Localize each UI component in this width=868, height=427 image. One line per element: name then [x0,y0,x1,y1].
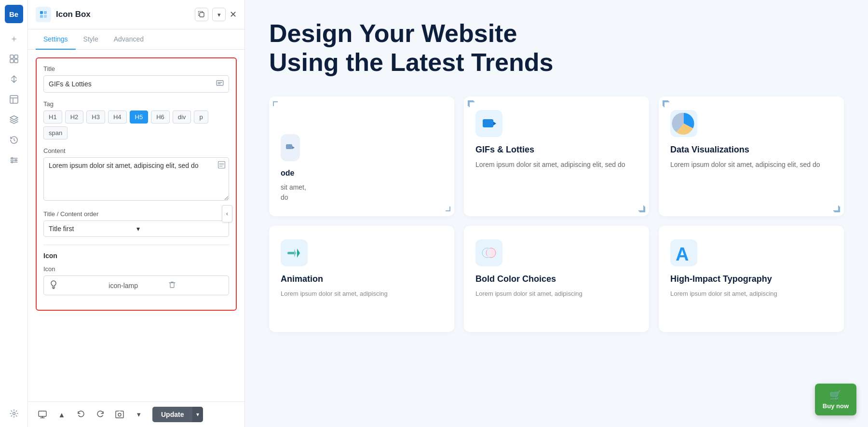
cards-grid: ode sit amet,do GIFs & Lotties Lorem ips… [269,96,844,332]
icon-preview-glyph [49,280,104,291]
icon-delete-icon[interactable] [169,281,224,289]
card-gifs-lotties: GIFs & Lotties Lorem ipsum dolor sit ame… [464,96,649,216]
history-icon[interactable] [5,131,23,149]
card-partial-icon [281,134,300,161]
svg-marker-24 [294,249,296,257]
svg-text:A: A [676,244,689,263]
update-dropdown-button[interactable]: ▾ [192,407,203,422]
card-animation: Animation Lorem ipsum dolor sit amet, ad… [269,226,454,332]
tab-settings[interactable]: Settings [36,29,76,50]
update-btn-wrap: Update ▾ [152,407,203,422]
tag-span[interactable]: span [43,126,68,139]
title-input[interactable] [49,80,216,88]
sort-icon[interactable] [5,70,23,88]
card-typo-desc: Lorem ipsum dolor sit amet, adipiscing [670,289,832,299]
tag-h2[interactable]: H2 [65,110,84,124]
panel-tabs: Settings Style Advanced [28,29,244,50]
footer-undo-icon[interactable] [73,407,89,422]
card-animation-icon [281,239,308,266]
card-partial: ode sit amet,do [269,96,454,216]
footer-capture-icon[interactable] [112,407,127,422]
tag-row: H1 H2 H3 H4 H5 H6 div p span [43,110,229,139]
svg-rect-1 [14,55,18,58]
section-divider [43,245,229,245]
svg-rect-18 [286,144,292,149]
tag-h3[interactable]: H3 [86,110,105,124]
layout-icon[interactable] [5,50,23,68]
footer-chevron-icon[interactable]: ▲ [54,407,69,422]
buy-now-button[interactable]: 🛒 Buy now [815,384,856,415]
svg-rect-3 [14,59,18,63]
footer-chevron-down-icon[interactable]: ▾ [131,407,147,422]
card-gifs-title: GIFs & Lotties [475,145,637,155]
card-data-viz-icon [670,110,697,137]
left-toolbar: Be ＋ [0,0,28,427]
card-data-viz: Data Visualizations Lorem ipsum dolor si… [659,96,844,216]
panel-header: Icon Box ▾ ✕ [28,0,244,29]
svg-rect-16 [39,411,46,416]
tab-style[interactable]: Style [76,29,106,50]
svg-rect-9 [40,11,43,14]
card-bold-color: Bold Color Choices Lorem ipsum dolor sit… [464,226,649,332]
panel-footer: ▲ ▾ Update ▾ [28,401,244,427]
svg-rect-14 [217,81,223,85]
svg-rect-10 [44,11,47,14]
content-field-group: Content Lorem ipsum dolor sit amet, adip… [43,147,229,203]
tag-p[interactable]: p [194,110,208,124]
filter-icon[interactable] [5,152,23,169]
main-content: Design Your Website Using the Latest Tre… [245,0,868,427]
buy-now-label: Buy now [823,402,849,410]
settings-panel: Icon Box ▾ ✕ Settings Style Advanced Tit… [28,0,245,427]
svg-rect-2 [10,59,14,63]
tag-field-group: Tag H1 H2 H3 H4 H5 H6 div p span [43,100,229,139]
title-label: Title [43,65,229,72]
tag-h5[interactable]: H5 [130,110,149,124]
card-typo-title: High-Impact Typography [670,274,832,284]
svg-point-17 [118,413,121,416]
order-label: Title / Content order [43,210,229,218]
card-typography: A High-Impact Typography Lorem ipsum dol… [659,226,844,332]
svg-rect-0 [10,55,14,58]
icon-section-title: Icon [43,252,229,260]
panel-icon[interactable] [5,91,23,108]
title-field-group: Title [43,65,229,93]
tab-advanced[interactable]: Advanced [106,29,151,50]
icon-section-group: Icon Icon icon-lamp [43,252,229,295]
collapse-panel-arrow[interactable]: ‹ [222,205,232,222]
svg-point-6 [11,162,13,163]
chevron-down-icon: ▾ [136,225,224,233]
svg-marker-23 [297,248,300,258]
tag-h4[interactable]: H4 [108,110,127,124]
settings-icon[interactable] [5,405,23,422]
footer-redo-icon[interactable] [93,407,108,422]
update-button[interactable]: Update [152,407,192,422]
footer-monitor-icon[interactable] [35,407,50,422]
title-input-wrap [43,75,229,93]
svg-rect-13 [200,13,204,17]
svg-rect-4 [10,96,18,103]
add-icon[interactable]: ＋ [5,30,23,47]
panel-content: Title Tag H1 H2 H3 H4 H5 H6 [28,50,244,401]
svg-rect-12 [44,15,47,18]
tag-label: Tag [43,100,229,108]
layers-icon[interactable] [5,111,23,128]
tag-h1[interactable]: H1 [43,110,62,124]
card-gifs-desc: Lorem ipsum dolor sit amet, adipiscing e… [475,160,637,170]
card-bold-desc: Lorem ipsum dolor sit amet, adipiscing [475,289,637,299]
svg-point-5 [11,158,13,159]
card-gifs-icon [475,110,502,137]
be-logo[interactable]: Be [5,5,23,23]
panel-duplicate-button[interactable] [195,8,208,21]
red-outline-box: Title Tag H1 H2 H3 H4 H5 H6 [36,57,237,311]
order-field-group: Title / Content order Title first ▾ [43,210,229,237]
card-animation-title: Animation [281,274,443,284]
card-typo-icon: A [670,239,697,266]
panel-close-button[interactable]: ✕ [230,9,237,20]
svg-point-27 [487,248,491,258]
order-select[interactable]: Title first ▾ [43,220,229,237]
panel-dropdown-button[interactable]: ▾ [212,8,226,21]
tag-h6[interactable]: H6 [151,110,170,124]
content-textarea[interactable]: Lorem ipsum dolor sit amet, adipiscing e… [43,157,229,201]
card-data-viz-title: Data Visualizations [670,145,832,155]
tag-div[interactable]: div [173,110,191,124]
